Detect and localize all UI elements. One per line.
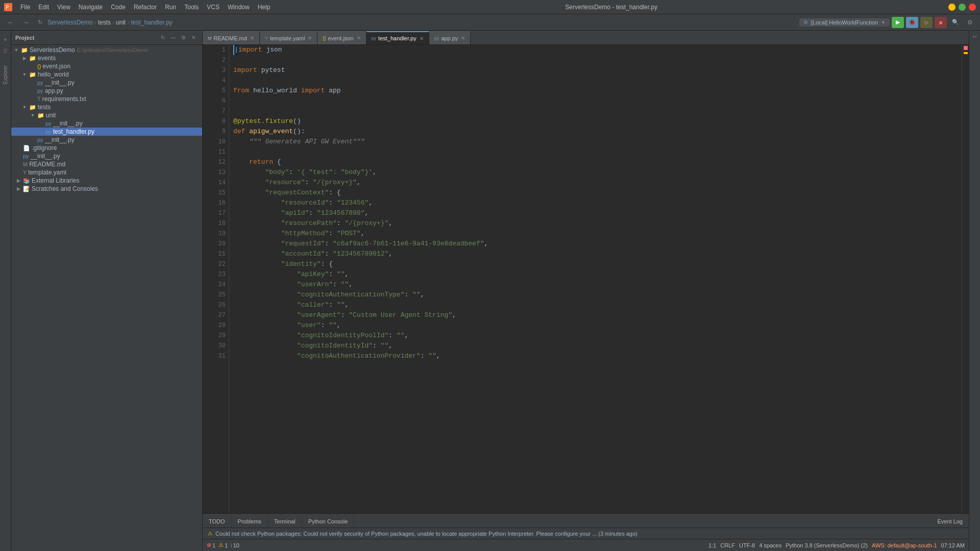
run-config-selector[interactable]: ⚙ [Local] HelloWorldFunction ▼ xyxy=(799,18,890,27)
charset-indicator[interactable]: UTF-8 xyxy=(739,542,755,548)
tree-readme-md[interactable]: M README.md xyxy=(11,160,202,168)
gutter-error-indicator xyxy=(964,46,968,50)
settings-button[interactable]: ⚙ xyxy=(964,18,976,27)
tree-unit-folder[interactable]: ▼ 📁 unit xyxy=(11,111,202,119)
panel-header: Project ↻ — ⚙ ✕ xyxy=(11,31,202,45)
menu-refactor[interactable]: Refactor xyxy=(130,2,161,12)
run-button[interactable]: ▶ xyxy=(892,17,904,28)
status-errors[interactable]: ⊗ 1 ⚠ 1 i 10 xyxy=(207,542,239,548)
tree-test-handler-py[interactable]: py test_handler.py xyxy=(11,128,202,136)
refresh-button[interactable]: ↻ xyxy=(35,18,45,27)
menu-edit[interactable]: Edit xyxy=(34,2,53,12)
forward-button[interactable]: → xyxy=(19,17,33,28)
notification-bar: ⚠ Could not check Python packages: Could… xyxy=(203,528,969,539)
breadcrumb-part1[interactable]: tests xyxy=(98,19,111,26)
project-panel-title: Project xyxy=(15,35,34,41)
tab-event-json[interactable]: {} event.json ✕ xyxy=(317,31,366,44)
tab-event-label: event.json xyxy=(328,35,353,41)
tab-event-close[interactable]: ✕ xyxy=(357,35,361,41)
position-indicator[interactable]: 1:1 xyxy=(708,542,716,548)
tree-gitignore[interactable]: 📄 .gitignore xyxy=(11,144,202,152)
right-panel-btn1[interactable]: ⇧ xyxy=(971,33,978,41)
gutter-warning-indicator xyxy=(964,52,968,54)
event-log-button[interactable]: Event Log xyxy=(931,515,969,528)
title-bar: P File Edit View Navigate Code Refactor … xyxy=(0,0,980,14)
python-indicator[interactable]: Python 3.8 (ServerlessDemo) (2) xyxy=(786,542,868,548)
breadcrumb-sep3: › xyxy=(127,19,129,26)
code-content[interactable]: |import json import pytest from hello_wo… xyxy=(229,45,962,513)
menu-file[interactable]: File xyxy=(16,2,34,12)
menu-window[interactable]: Window xyxy=(224,2,254,12)
file-tree: ▼ 📁 ServerlessDemo E:\jetbrains\Serverle… xyxy=(11,45,202,551)
coverage-button[interactable]: ▷ xyxy=(920,17,933,28)
breadcrumb-part3[interactable]: test_handler.py xyxy=(131,19,172,26)
py-file-icon: py xyxy=(23,153,29,159)
search-everywhere-button[interactable]: 🔍 xyxy=(949,18,962,27)
py-file-icon: py xyxy=(37,137,43,143)
tree-scratches-consoles[interactable]: ▶ 📝 Scratches and Consoles xyxy=(11,185,202,193)
tree-external-libraries[interactable]: ▶ 📚 External Libraries xyxy=(11,177,202,185)
breadcrumb-root[interactable]: ServerlessDemo xyxy=(47,19,93,26)
json-tab-icon: {} xyxy=(323,36,326,41)
tree-template-yaml[interactable]: Y template.yaml xyxy=(11,168,202,177)
menu-vcs[interactable]: VCS xyxy=(203,2,224,12)
tree-app-py[interactable]: py app.py xyxy=(11,87,202,95)
tab-template-yaml[interactable]: Y template.yaml ✕ xyxy=(260,31,318,44)
run-config-label: [Local] HelloWorldFunction xyxy=(811,19,878,26)
code-line-6 xyxy=(233,96,958,106)
tab-todo[interactable]: TODO xyxy=(203,515,232,528)
debug-button[interactable]: 🐞 xyxy=(906,17,918,28)
tree-requirements-txt[interactable]: T requirements.txt xyxy=(11,95,202,103)
tree-root[interactable]: ▼ 📁 ServerlessDemo E:\jetbrains\Serverle… xyxy=(11,46,202,54)
tab-terminal[interactable]: Terminal xyxy=(268,515,302,528)
menu-run[interactable]: Run xyxy=(161,2,180,12)
tab-readme[interactable]: M README.md ✕ xyxy=(203,31,260,44)
tab-template-close[interactable]: ✕ xyxy=(308,35,312,41)
close-button[interactable] xyxy=(969,4,976,11)
tree-hello-world-folder[interactable]: ▼ 📁 hello_world xyxy=(11,70,202,79)
menu-tools[interactable]: Tools xyxy=(180,2,203,12)
menu-help[interactable]: Help xyxy=(254,2,275,12)
breadcrumb-part2[interactable]: unit xyxy=(116,19,126,26)
structure-icon[interactable]: ☰ xyxy=(1,46,10,55)
stop-button[interactable]: ■ xyxy=(935,17,947,28)
tab-app-py[interactable]: py app.py ✕ xyxy=(429,31,471,44)
code-line-11 xyxy=(233,147,958,157)
menu-view[interactable]: View xyxy=(53,2,75,12)
tab-python-console[interactable]: Python Console xyxy=(302,515,355,528)
indent-indicator[interactable]: 4 spaces xyxy=(759,542,781,548)
encoding-indicator[interactable]: CRLF xyxy=(720,542,735,548)
tab-test-close[interactable]: ✕ xyxy=(420,36,424,41)
tree-init-py-tests[interactable]: py __init__.py xyxy=(11,136,202,144)
run-config-dropdown-icon: ▼ xyxy=(881,20,886,25)
code-line-14: "resource": "/{proxy+}", xyxy=(233,178,958,188)
code-line-17: "apiId": "1234567890", xyxy=(233,208,958,218)
menu-code[interactable]: Code xyxy=(107,2,130,12)
aws-indicator[interactable]: AWS: default@ap-south-1 xyxy=(872,542,937,548)
bookmark-icon[interactable]: ★ xyxy=(1,35,10,44)
tree-init-py-unit[interactable]: py __init__.py xyxy=(11,119,202,128)
maximize-button[interactable] xyxy=(959,4,966,11)
tab-test-label: test_handler.py xyxy=(378,35,416,41)
panel-settings-button[interactable]: ⚙ xyxy=(179,33,188,42)
tree-events-folder[interactable]: ▶ 📁 events xyxy=(11,54,202,62)
tree-tests-folder[interactable]: ▼ 📁 tests xyxy=(11,103,202,111)
tab-readme-close[interactable]: ✕ xyxy=(250,35,254,41)
code-line-31: "cognitoAuthenticationProvider": "", xyxy=(233,351,958,361)
explorer-label[interactable]: Explorer xyxy=(3,65,8,84)
minimize-button[interactable] xyxy=(948,4,955,11)
tab-app-close[interactable]: ✕ xyxy=(461,35,465,41)
panel-collapse-button[interactable]: — xyxy=(168,33,178,42)
menu-navigate[interactable]: Navigate xyxy=(75,2,107,12)
tab-problems[interactable]: Problems xyxy=(232,515,268,528)
tab-test-handler[interactable]: py test_handler.py ✕ xyxy=(366,31,429,44)
panel-close-icon[interactable]: ✕ xyxy=(189,33,198,42)
code-line-10: """ Generates API GW Event""" xyxy=(233,137,958,147)
back-button[interactable]: ← xyxy=(4,17,17,28)
code-editor[interactable]: 1 2 3 4 5 6 7 8 9 10 11 12 13 14 15 16 1 xyxy=(203,45,969,513)
tree-init-py-root[interactable]: py __init__.py xyxy=(11,152,202,160)
tree-init-py-hw[interactable]: py __init__.py xyxy=(11,79,202,87)
panel-sync-button[interactable]: ↻ xyxy=(158,33,167,42)
tree-event-json[interactable]: {} event.json xyxy=(11,62,202,70)
project-root-icon: 📁 xyxy=(21,47,28,54)
